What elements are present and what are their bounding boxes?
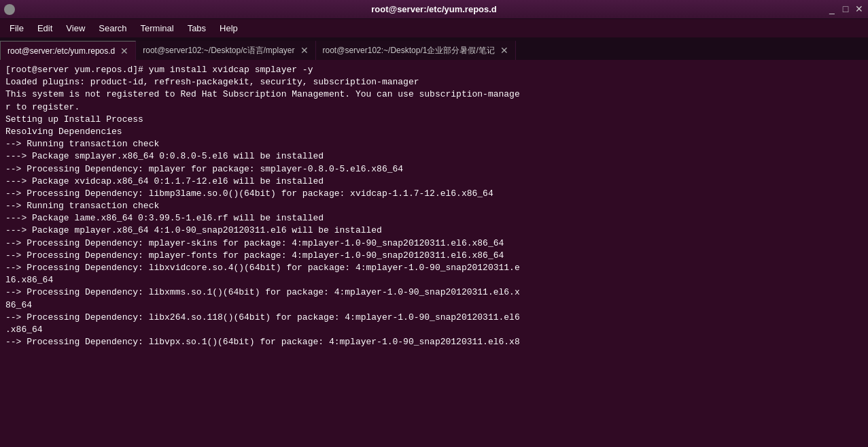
menu-file[interactable]: File [3, 20, 31, 36]
title-bar-controls: _ □ ✕ [826, 3, 865, 15]
tabs-bar: root@server:/etc/yum.repos.d ✕ root@serv… [0, 38, 868, 60]
tab-1-close[interactable]: ✕ [300, 45, 309, 56]
title-bar-text: root@server:/etc/yum.repos.d [371, 4, 497, 14]
menu-view[interactable]: View [59, 20, 92, 36]
menu-help[interactable]: Help [213, 20, 245, 36]
close-button[interactable]: ✕ [853, 3, 865, 15]
minimize-button[interactable]: _ [826, 3, 838, 15]
wm-icon [4, 4, 15, 15]
menu-tabs[interactable]: Tabs [181, 20, 213, 36]
tab-0-label: root@server:/etc/yum.repos.d [7, 46, 115, 56]
menu-edit[interactable]: Edit [31, 20, 59, 36]
terminal-output[interactable]: [root@server yum.repos.d]# yum install x… [0, 60, 868, 447]
maximize-button[interactable]: □ [839, 3, 852, 15]
tab-1[interactable]: root@server102:~/Desktop/c语言/mplayer ✕ [136, 41, 315, 60]
tab-2-close[interactable]: ✕ [500, 45, 508, 56]
menu-search[interactable]: Search [92, 20, 133, 36]
tab-0-close[interactable]: ✕ [120, 46, 128, 56]
menu-terminal[interactable]: Terminal [134, 20, 181, 36]
title-bar: root@server:/etc/yum.repos.d _ □ ✕ [0, 0, 868, 19]
menu-bar: File Edit View Search Terminal Tabs Help [0, 19, 868, 38]
terminal-container: [root@server yum.repos.d]# yum install x… [0, 60, 868, 447]
tab-2[interactable]: root@server102:~/Desktop/1企业部分暑假/笔记 ✕ [316, 41, 516, 60]
tab-0[interactable]: root@server:/etc/yum.repos.d ✕ [0, 41, 136, 60]
tab-1-label: root@server102:~/Desktop/c语言/mplayer [143, 45, 294, 56]
tab-2-label: root@server102:~/Desktop/1企业部分暑假/笔记 [323, 45, 495, 56]
